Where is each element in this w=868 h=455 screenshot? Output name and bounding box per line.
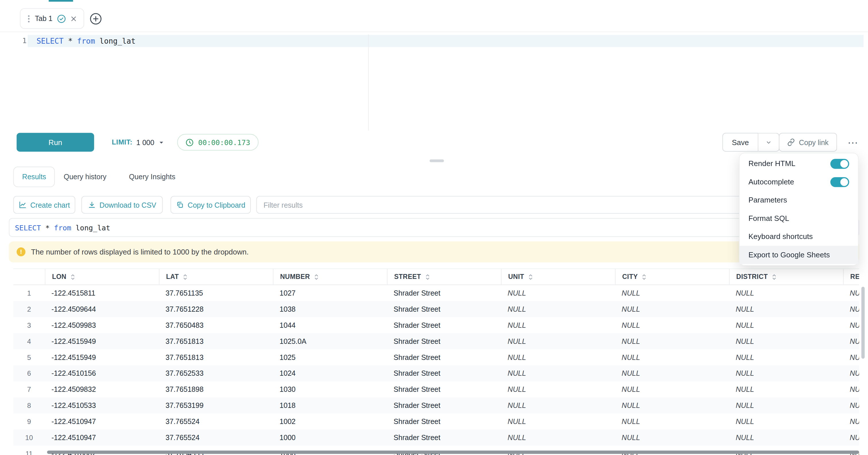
- menu-item-export-google-sheets[interactable]: Export to Google Sheets: [740, 246, 858, 264]
- table-cell[interactable]: NULL: [843, 433, 859, 442]
- table-cell[interactable]: NULL: [729, 289, 843, 297]
- drag-handle-icon[interactable]: [27, 14, 30, 22]
- table-cell[interactable]: NULL: [729, 433, 843, 442]
- table-cell[interactable]: -122.4515949: [45, 337, 159, 345]
- table-cell[interactable]: NULL: [729, 305, 843, 313]
- panel-resize-handle[interactable]: [430, 159, 444, 162]
- tab-results[interactable]: Results: [13, 166, 55, 187]
- table-row[interactable]: 10-122.451094737.7655241000Shrader Stree…: [13, 429, 859, 446]
- table-cell[interactable]: NULL: [501, 369, 615, 377]
- table-cell[interactable]: NULL: [501, 385, 615, 394]
- table-cell[interactable]: NULL: [501, 337, 615, 345]
- autocomplete-toggle[interactable]: [830, 177, 849, 187]
- table-cell[interactable]: NULL: [843, 353, 859, 361]
- copy-clipboard-button[interactable]: Copy to Clipboard: [170, 196, 251, 214]
- table-cell[interactable]: Shrader Street: [387, 385, 501, 394]
- table-cell[interactable]: Shrader Street: [387, 321, 501, 330]
- table-cell[interactable]: -122.4510533: [45, 401, 159, 410]
- table-cell[interactable]: 1027: [273, 289, 387, 297]
- table-cell[interactable]: NULL: [843, 385, 859, 394]
- table-cell[interactable]: 1000: [273, 433, 387, 442]
- table-cell[interactable]: NULL: [615, 337, 729, 345]
- column-header-district[interactable]: DISTRICT: [729, 269, 843, 285]
- menu-item-render-html[interactable]: Render HTML: [740, 155, 858, 173]
- table-cell[interactable]: NULL: [615, 401, 729, 410]
- add-tab-button[interactable]: [89, 11, 103, 26]
- sort-icon[interactable]: [527, 273, 533, 280]
- limit-dropdown[interactable]: LIMIT: 1 000: [112, 133, 164, 152]
- table-cell[interactable]: NULL: [843, 305, 859, 313]
- table-row[interactable]: 4-122.451594937.76518131025.0AShrader St…: [13, 333, 859, 349]
- table-cell[interactable]: NULL: [615, 321, 729, 330]
- table-cell[interactable]: Shrader Street: [387, 289, 501, 297]
- table-cell[interactable]: 1002: [273, 417, 387, 426]
- column-header-lat[interactable]: LAT: [159, 269, 273, 285]
- table-cell[interactable]: Shrader Street: [387, 433, 501, 442]
- table-cell[interactable]: NULL: [843, 337, 859, 345]
- copy-link-button[interactable]: Copy link: [779, 133, 837, 152]
- table-cell[interactable]: -122.4510156: [45, 369, 159, 377]
- table-cell[interactable]: NULL: [501, 401, 615, 410]
- column-header-re[interactable]: RE: [843, 269, 859, 285]
- table-cell[interactable]: NULL: [843, 321, 859, 330]
- horizontal-scrollbar[interactable]: [47, 451, 859, 454]
- table-cell[interactable]: NULL: [843, 289, 859, 297]
- table-cell[interactable]: NULL: [615, 385, 729, 394]
- table-cell[interactable]: NULL: [501, 353, 615, 361]
- table-row[interactable]: 2-122.450964437.76512281038Shrader Stree…: [13, 301, 859, 317]
- tab-query-history[interactable]: Query history: [64, 166, 106, 187]
- table-cell[interactable]: NULL: [729, 385, 843, 394]
- table-cell[interactable]: NULL: [615, 417, 729, 426]
- table-cell[interactable]: NULL: [843, 401, 859, 410]
- table-cell[interactable]: NULL: [615, 289, 729, 297]
- table-cell[interactable]: NULL: [729, 417, 843, 426]
- table-cell[interactable]: 1025: [273, 353, 387, 361]
- column-header-street[interactable]: STREET: [387, 269, 501, 285]
- table-row[interactable]: 8-122.451053337.76531991018Shrader Stree…: [13, 398, 859, 414]
- sort-icon[interactable]: [182, 273, 188, 280]
- table-cell[interactable]: NULL: [843, 417, 859, 426]
- table-row[interactable]: 6-122.451015637.76525331024Shrader Stree…: [13, 365, 859, 382]
- table-cell[interactable]: 37.7651135: [159, 289, 273, 297]
- table-cell[interactable]: Shrader Street: [387, 337, 501, 345]
- table-cell[interactable]: NULL: [729, 401, 843, 410]
- table-cell[interactable]: NULL: [615, 353, 729, 361]
- menu-item-keyboard-shortcuts[interactable]: Keyboard shortcuts: [740, 228, 858, 246]
- table-cell[interactable]: NULL: [501, 305, 615, 313]
- table-cell[interactable]: 37.765524: [159, 433, 273, 442]
- menu-item-format-sql[interactable]: Format SQL: [740, 209, 858, 228]
- render-html-toggle[interactable]: [830, 158, 849, 169]
- table-cell[interactable]: -122.4509832: [45, 385, 159, 394]
- sort-icon[interactable]: [424, 273, 430, 280]
- table-cell[interactable]: NULL: [729, 369, 843, 377]
- tab-query-insights[interactable]: Query Insights: [129, 166, 176, 187]
- table-cell[interactable]: 37.7651898: [159, 385, 273, 394]
- sql-editor[interactable]: 1 SELECT * from long_lat: [0, 34, 868, 130]
- table-cell[interactable]: NULL: [615, 433, 729, 442]
- table-cell[interactable]: NULL: [501, 321, 615, 330]
- table-cell[interactable]: NULL: [843, 369, 859, 377]
- menu-item-parameters[interactable]: Parameters: [740, 191, 858, 209]
- table-cell[interactable]: Shrader Street: [387, 305, 501, 313]
- column-header-number[interactable]: NUMBER: [273, 269, 387, 285]
- table-cell[interactable]: -122.4515949: [45, 353, 159, 361]
- menu-item-autocomplete[interactable]: Autocomplete: [740, 173, 858, 191]
- table-cell[interactable]: NULL: [729, 321, 843, 330]
- run-button[interactable]: Run: [17, 133, 94, 152]
- table-cell[interactable]: 37.7651813: [159, 353, 273, 361]
- table-cell[interactable]: Shrader Street: [387, 401, 501, 410]
- save-options-button[interactable]: [758, 133, 779, 152]
- table-cell[interactable]: 37.7653199: [159, 401, 273, 410]
- table-cell[interactable]: NULL: [729, 353, 843, 361]
- table-cell[interactable]: 1025.0A: [273, 337, 387, 345]
- table-cell[interactable]: NULL: [501, 417, 615, 426]
- table-cell[interactable]: -122.4510947: [45, 417, 159, 426]
- table-cell[interactable]: -122.4509983: [45, 321, 159, 330]
- table-cell[interactable]: 37.7650483: [159, 321, 273, 330]
- table-cell[interactable]: 1024: [273, 369, 387, 377]
- table-cell[interactable]: 37.7652533: [159, 369, 273, 377]
- table-cell[interactable]: Shrader Street: [387, 353, 501, 361]
- table-cell[interactable]: 1044: [273, 321, 387, 330]
- sort-icon[interactable]: [771, 273, 777, 280]
- table-cell[interactable]: 37.7651813: [159, 337, 273, 345]
